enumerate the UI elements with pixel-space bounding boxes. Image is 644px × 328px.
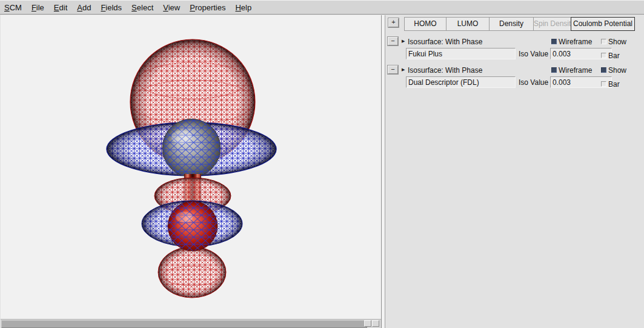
field-name-input[interactable] [406,48,516,59]
tab-spin-density: Spin Density [533,17,571,31]
pane-divider[interactable] [381,15,385,328]
menu-view[interactable]: View [160,2,183,13]
show-checkbox[interactable] [601,67,606,73]
tab-label: HOMO [414,19,436,28]
menu-file[interactable]: File [28,2,47,13]
tab-density[interactable]: Density [489,17,534,31]
app-window: SCM File Edit Add Fields Select View Pro… [0,0,644,328]
field-name-input[interactable] [406,76,516,88]
isosurface-group-2: − ▶ Isosurface: With Phase Wireframe Sho… [385,65,644,92]
scrollbar-thumb[interactable] [1,320,367,328]
tab-label: Density [499,19,523,28]
iso-value-label: Iso Value [519,50,548,58]
menu-fields[interactable]: Fields [98,2,125,13]
scroll-right-arrow-button[interactable] [372,320,379,327]
menu-select[interactable]: Select [128,2,156,13]
bar-checkbox[interactable] [601,81,606,87]
scroll-left-arrow-button[interactable] [364,320,371,327]
menu-edit[interactable]: Edit [51,2,70,13]
3d-viewport[interactable] [1,15,381,319]
bar-checkbox[interactable] [601,53,606,58]
bar-label: Bar [608,52,620,60]
tab-homo[interactable]: HOMO [404,17,446,31]
tab-label: Spin Density [534,19,574,28]
wireframe-label: Wireframe [559,38,592,46]
tab-coulomb-potential[interactable]: Coulomb Potential [571,17,635,31]
show-checkbox[interactable] [601,39,606,44]
wireframe-checkbox[interactable] [551,67,557,73]
expand-arrow-icon[interactable]: ▶ [402,67,405,72]
collapse-button[interactable]: − [388,37,398,45]
wireframe-checkbox[interactable] [551,39,557,44]
isosurface-title: Isosurface: With Phase [408,38,482,46]
carbon-atom [162,119,221,177]
tab-label: LUMO [457,19,479,28]
positive-lobe-bottom [158,247,226,298]
menu-properties[interactable]: Properties [187,2,228,13]
expand-arrow-icon[interactable]: ▶ [402,39,405,44]
wireframe-label: Wireframe [559,66,592,75]
tab-label: Coulomb Potential [573,19,632,28]
tab-lumo[interactable]: LUMO [446,17,490,31]
field-tabs: HOMO LUMO Density Spin Density Coulomb P… [404,17,635,31]
oxygen-atom [168,201,217,251]
menu-help[interactable]: Help [232,2,254,13]
isosurface-group-1: − ▶ Isosurface: With Phase Wireframe Sho… [385,37,644,64]
menu-add[interactable]: Add [74,2,94,13]
menubar: SCM File Edit Add Fields Select View Pro… [0,1,644,15]
collapse-button[interactable]: − [388,65,398,74]
iso-value-label: Iso Value [519,78,548,87]
bar-label: Bar [608,80,620,89]
fields-panel: + HOMO LUMO Density Spin Density Coulomb… [385,15,644,328]
menu-scm[interactable]: SCM [1,2,25,13]
show-label: Show [608,38,626,46]
horizontal-scrollbar[interactable] [1,319,381,328]
molecule-3d-view [1,15,381,319]
show-label: Show [608,66,626,75]
add-field-button[interactable]: + [388,18,399,27]
isosurface-title: Isosurface: With Phase [408,66,482,75]
